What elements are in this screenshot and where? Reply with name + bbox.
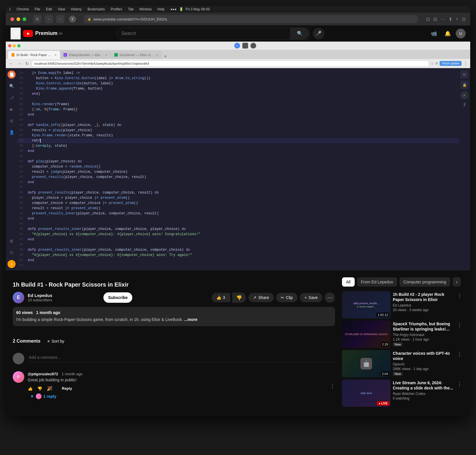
more-options-button[interactable]: ⋯ [325, 292, 335, 303]
sort-button[interactable]: ≡ Sort by [45, 337, 67, 346]
tab-all[interactable]: All [342, 277, 355, 287]
rec-more-button-4[interactable]: ⋮ [456, 380, 463, 388]
embedded-minimize-button[interactable] [13, 44, 16, 47]
embedded-maximize-button[interactable] [17, 44, 21, 47]
format-icon[interactable]: ⊟ [460, 70, 468, 79]
profiles-menu[interactable]: Profiles [111, 7, 122, 11]
embedded-urlbar: ← → ↻ localhost:64082/sessions/w332hr7bh… [6, 59, 470, 68]
tab-close-3[interactable]: ✕ [156, 53, 158, 57]
replies-count: 1 reply [43, 394, 56, 399]
view-menu[interactable]: View [58, 7, 65, 11]
rec-more-button-3[interactable]: ⋮ [456, 350, 463, 359]
youtube-logo[interactable]: PremiumGB [23, 30, 62, 37]
comment-like-button[interactable]: 👍 [28, 386, 33, 391]
edit-menu[interactable]: Edit [46, 7, 52, 11]
menu-dots-icon[interactable]: ⋮ [463, 61, 468, 66]
hamburger-menu-button[interactable]: ☰ [10, 27, 21, 40]
comment-more-button[interactable]: ⋮ [330, 371, 335, 400]
tab-computer-programming[interactable]: Computer programming [399, 277, 450, 287]
create-button[interactable]: 📹 [428, 28, 440, 39]
finish-update-button[interactable]: Finish update [440, 61, 462, 66]
sidebar-grid-icon[interactable]: ⊟ [8, 248, 16, 257]
code-editor[interactable]: 15 |> Enum.map(fn label -> 16 button = K… [17, 68, 459, 270]
sidebar-run-icon[interactable]: ▶ [8, 105, 16, 113]
user-avatar[interactable]: U [456, 29, 466, 38]
like-button[interactable]: 👍 3 [212, 293, 230, 302]
tab-close-2[interactable]: ✕ [105, 53, 107, 57]
comment-author[interactable]: @pdgonzalez872 [28, 372, 58, 376]
new-tab-button[interactable]: + [162, 54, 169, 59]
sidebar-git-icon[interactable]: ⎇ [8, 94, 16, 102]
new-window-icon[interactable]: ⊡ [462, 16, 466, 22]
dislike-button[interactable]: 👎 [232, 293, 246, 303]
reload-icon[interactable]: ↺ [435, 62, 438, 66]
recommendation-item[interactable]: 🤖 2:04 Character voices with GPT-4o voic… [342, 350, 463, 377]
bookmark-icon[interactable]: ☆ [431, 62, 434, 66]
cast-icon[interactable]: ⊡ [426, 16, 430, 22]
rec-meta-1: 20 views · 3 weeks ago [393, 308, 453, 312]
sidebar-toggle-button[interactable]: ⊞ [33, 15, 41, 23]
sidebar-search-icon[interactable]: 🔍 [8, 82, 16, 90]
file-menu[interactable]: File [35, 7, 40, 11]
maximize-button[interactable] [23, 17, 26, 21]
clip-button[interactable]: ✂ Clip [276, 293, 298, 302]
settings-icon [242, 43, 248, 49]
embedded-tab-3[interactable]: GenServer — Elixir v1.12.3 ✕ [111, 51, 162, 59]
comment-dislike-button[interactable]: 👎 [37, 386, 42, 391]
channel-name[interactable]: Ed Lepedus [28, 293, 100, 298]
window-menu[interactable]: Window [139, 7, 152, 11]
tab-from-channel[interactable]: From Ed Lepedus [357, 277, 397, 287]
history-menu[interactable]: History [71, 7, 82, 11]
recommendation-item[interactable]: STARLINER IS SPRINGING LEAKS! 2:29 Space… [342, 321, 463, 348]
embedded-tab-2[interactable]: E Erlang libraries — Elixir v1.16 ✕ [60, 51, 111, 59]
share-button[interactable]: ↗ Share [248, 293, 274, 302]
sidebar-user-icon[interactable]: 👤 [8, 128, 16, 136]
voice-search-button[interactable]: 🎤 [313, 28, 324, 39]
comment-input[interactable] [29, 353, 335, 362]
embedded-tab-active[interactable]: 1h Build - Rock Paper Scisso... ✕ [8, 51, 60, 59]
code-line: 23end [17, 112, 459, 117]
code-line: 37 [17, 185, 459, 190]
sidebar-extensions-icon[interactable]: ⊞ [8, 117, 16, 125]
save-button[interactable]: + Save [300, 293, 322, 302]
embedded-back-button[interactable]: ← [8, 61, 14, 66]
replies-toggle[interactable]: ▼ 1 reply [28, 392, 59, 400]
tab-close-1[interactable]: ✕ [54, 53, 57, 57]
lock-icon[interactable]: 🔒 [460, 81, 468, 89]
notifications-button[interactable]: 🔔 [442, 28, 453, 39]
description-more[interactable]: ...more [184, 317, 198, 322]
bookmarks-menu[interactable]: Bookmarks [88, 7, 105, 11]
search-button[interactable]: 🔍 [290, 28, 309, 39]
recommendation-item[interactable]: slide deck ● LIVE Live Stream June 6, 20… [342, 380, 463, 407]
embedded-forward-button[interactable]: → [16, 61, 23, 66]
back-button[interactable]: ‹ [45, 15, 53, 23]
extensions-icon[interactable]: ⋯ [440, 16, 445, 22]
embedded-url-field[interactable]: localhost:64082/sessions/w332hr7bhmhfp42… [32, 60, 429, 67]
rec-title-4: Live Stream June 6, 2024: Creating a sli… [393, 380, 453, 391]
check-icon[interactable]: ✓ [460, 91, 468, 99]
code-line: 16 button = Kino.Control.button(label |>… [17, 76, 459, 81]
close-button[interactable] [10, 17, 14, 21]
tab-menu[interactable]: Tab [128, 7, 133, 11]
url-bar[interactable]: 🔒 www.youtube.com/watch?v=GDUUH_E81hc [84, 15, 418, 23]
sidebar-files-icon[interactable]: 📄 [8, 70, 16, 79]
rec-more-button-2[interactable]: ⋮ [456, 321, 463, 329]
tab-next-arrow[interactable]: › [453, 277, 461, 287]
sidebar-trash-icon[interactable]: 🗑 [8, 237, 16, 245]
rec-more-button-1[interactable]: ⋮ [456, 291, 463, 300]
subscribe-button[interactable]: Subscribe [103, 292, 132, 303]
embedded-close-button[interactable] [8, 44, 11, 47]
code-line: 38defp present_results(player_choice, co… [17, 190, 459, 195]
forward-button[interactable]: › [56, 15, 64, 23]
tab-search-icon[interactable]: ⊟ [433, 16, 437, 22]
chrome-menu[interactable]: Chrome [16, 7, 29, 11]
recommendation-item[interactable]: defp present_results... |> Enum.map(fn..… [342, 291, 463, 318]
minimize-button[interactable] [16, 17, 20, 21]
embedded-refresh-button[interactable]: ↻ [24, 61, 30, 66]
apple-menu[interactable]:  [9, 7, 11, 12]
new-tab-icon[interactable]: + [456, 16, 458, 22]
help-menu[interactable]: Help [157, 7, 165, 11]
reply-button[interactable]: Reply [58, 385, 75, 392]
share-icon[interactable]: ⬆ [449, 16, 452, 22]
search-input[interactable] [117, 28, 290, 39]
